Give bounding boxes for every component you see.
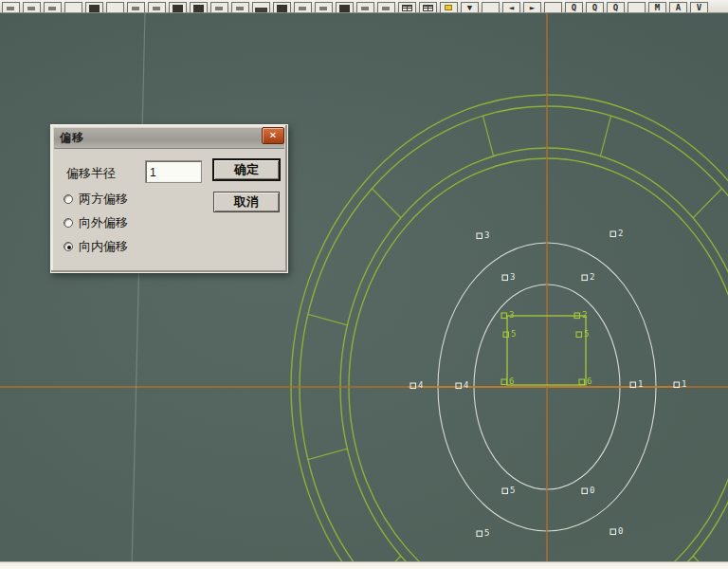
toolbar-icon[interactable]: ◄ — [502, 2, 520, 12]
node-marker-label: 1 — [638, 379, 643, 389]
toolbar-icon[interactable] — [64, 2, 82, 12]
toolbar-icon[interactable] — [398, 2, 416, 12]
offset-dialog: 偏移 ✕ 偏移半径 确定 取消 两方偏移 向外偏移 向内偏移 — [50, 124, 288, 273]
toolbar-icon[interactable]: A — [669, 2, 687, 12]
node-marker-label: 4 — [418, 380, 423, 390]
radio-label: 向内偏移 — [79, 238, 128, 255]
toolbar-icon[interactable]: ► — [523, 2, 541, 12]
toolbar-icon[interactable] — [628, 2, 646, 12]
toolbar-icon[interactable]: Q — [586, 2, 604, 12]
node-marker-label: 3 — [484, 230, 489, 240]
node-marker-label: 3 — [509, 310, 514, 320]
node-marker-square[interactable] — [501, 379, 507, 385]
node-marker-square[interactable] — [502, 275, 508, 281]
toolbar-icon[interactable] — [106, 2, 124, 12]
radio-label: 向外偏移 — [79, 214, 128, 231]
node-marker-square[interactable] — [503, 332, 509, 338]
toolbar-icon[interactable] — [315, 2, 333, 12]
toolbar-icon[interactable] — [419, 2, 437, 12]
node-marker-square[interactable] — [502, 488, 508, 494]
toolbar-icon[interactable] — [377, 2, 395, 12]
offset-radius-input[interactable] — [146, 161, 201, 182]
close-icon: ✕ — [269, 130, 277, 140]
toolbar-icon[interactable] — [85, 2, 103, 12]
node-marker-label: 2 — [582, 310, 587, 320]
radio-outward-offset[interactable]: 向外偏移 — [64, 216, 128, 229]
radio-inward-offset[interactable]: 向内偏移 — [64, 240, 128, 253]
node-marker-square[interactable] — [477, 531, 482, 537]
toolbar-icon[interactable]: Q — [565, 2, 583, 12]
close-button[interactable]: ✕ — [262, 127, 284, 144]
bezel-tick[interactable] — [372, 189, 400, 218]
dialog-title: 偏移 — [54, 130, 84, 146]
toolbar-icon[interactable] — [127, 2, 145, 12]
ok-button[interactable]: 确定 — [213, 159, 280, 180]
photo-crease — [132, 13, 145, 569]
toolbar-icon[interactable] — [231, 2, 249, 12]
bezel-tick[interactable] — [693, 189, 721, 218]
toolbar-icon[interactable]: M — [648, 2, 666, 12]
node-marker-label: 5 — [484, 528, 489, 538]
node-marker-label: 1 — [682, 379, 686, 389]
node-marker-square[interactable] — [576, 332, 582, 338]
toolbar-icon[interactable] — [252, 2, 270, 12]
radio-both-offset[interactable]: 两方偏移 — [64, 193, 128, 206]
photo-bottom-edge — [0, 561, 728, 569]
node-marker-label: 6 — [587, 376, 592, 386]
bezel-ellipse[interactable] — [349, 158, 728, 569]
dialog-titlebar[interactable]: 偏移 — [54, 128, 284, 149]
cancel-button[interactable]: 取消 — [213, 192, 280, 212]
node-marker-square[interactable] — [501, 313, 507, 319]
toolbar-icon[interactable] — [356, 2, 374, 12]
node-marker-label: 5 — [510, 486, 515, 495]
bezel-tick[interactable] — [482, 116, 493, 156]
toolbar-icon[interactable] — [336, 2, 354, 12]
toolbar-icon[interactable] — [482, 2, 500, 12]
node-marker-square[interactable] — [477, 233, 482, 239]
bezel-ellipse[interactable] — [291, 95, 728, 569]
bezel-tick[interactable] — [308, 314, 348, 324]
offset-radius-label: 偏移半径 — [66, 165, 116, 182]
node-marker-square[interactable] — [610, 529, 616, 535]
node-marker-label: 6 — [509, 376, 514, 386]
node-marker-square[interactable] — [610, 231, 616, 237]
toolbar-icon[interactable]: V — [690, 2, 708, 12]
node-marker-label: 4 — [464, 380, 468, 390]
bezel-ellipse[interactable] — [340, 148, 728, 569]
node-marker-label: 2 — [618, 229, 623, 238]
toolbar-icon[interactable] — [23, 2, 41, 12]
node-marker-label: 5 — [511, 329, 516, 339]
bezel-tick[interactable] — [308, 449, 348, 459]
node-marker-square[interactable] — [582, 275, 588, 281]
radio-icon[interactable] — [64, 218, 73, 228]
node-marker-label: 5 — [584, 329, 589, 339]
node-marker-label: 2 — [590, 272, 594, 282]
toolbar-icon[interactable]: Q — [607, 2, 625, 12]
toolbar-icon[interactable] — [210, 2, 228, 12]
node-marker-label: 0 — [618, 526, 623, 536]
toolbar-icon[interactable] — [544, 2, 562, 12]
toolbar-icon[interactable] — [44, 2, 62, 12]
node-marker-label: 0 — [590, 486, 594, 495]
bezel-tick[interactable] — [600, 116, 610, 156]
cad-drawing: 324150324150352566 — [0, 0, 728, 569]
radio-icon[interactable] — [64, 194, 73, 204]
toolbar-icon[interactable] — [294, 2, 312, 12]
toolbar-icon[interactable] — [2, 2, 20, 12]
toolbar: ▼◄►QQQMAV — [0, 0, 728, 13]
toolbar-icon[interactable] — [190, 2, 208, 12]
toolbar-icon[interactable] — [148, 2, 166, 12]
toolbar-icon[interactable] — [273, 2, 291, 12]
radio-label: 两方偏移 — [79, 191, 128, 208]
toolbar-icon[interactable] — [169, 2, 187, 12]
node-marker-square[interactable] — [579, 379, 585, 385]
toolbar-icon[interactable] — [440, 2, 458, 12]
node-marker-label: 3 — [510, 272, 515, 282]
toolbar-icon[interactable]: ▼ — [461, 2, 479, 12]
node-marker-square[interactable] — [582, 488, 588, 494]
radio-icon[interactable] — [64, 242, 73, 251]
